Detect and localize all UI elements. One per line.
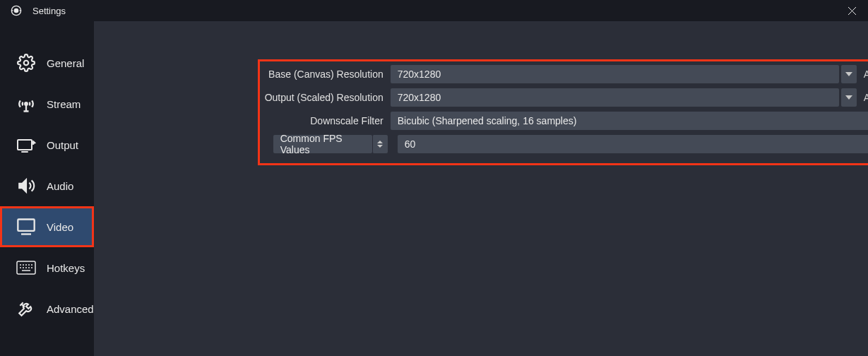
sidebar-item-label: Audio	[47, 180, 73, 192]
output-icon	[16, 136, 37, 153]
row-downscale-filter: Downscale Filter Bicubic (Sharpened scal…	[108, 112, 868, 130]
row-base-resolution: Base (Canvas) Resolution 720x1280 Aspect…	[108, 65, 868, 83]
fps-mode-spinner[interactable]	[372, 135, 388, 153]
base-resolution-label: Base (Canvas) Resolution	[108, 69, 391, 80]
output-aspect-ratio: Aspect Ratio 9:16	[864, 92, 868, 103]
row-fps: Common FPS Values 60	[108, 135, 868, 153]
window-title: Settings	[32, 6, 66, 16]
sidebar-item-video[interactable]: Video	[0, 206, 94, 247]
svg-rect-5	[18, 220, 34, 231]
monitor-icon	[16, 218, 37, 236]
sidebar-item-hotkeys[interactable]: Hotkeys	[0, 247, 94, 288]
output-resolution-label: Output (Scaled) Resolution	[108, 92, 391, 103]
base-resolution-select[interactable]: 720x1280	[391, 65, 839, 83]
svg-point-1	[14, 8, 18, 12]
row-output-resolution: Output (Scaled) Resolution 720x1280 Aspe…	[108, 88, 868, 107]
sidebar: General Stream	[0, 21, 94, 356]
tools-icon	[16, 299, 37, 318]
fps-value-select[interactable]: 60	[398, 135, 868, 153]
app-icon	[6, 5, 27, 16]
output-resolution-select[interactable]: 720x1280	[391, 88, 839, 107]
svg-point-2	[24, 61, 29, 66]
sidebar-item-label: Output	[47, 139, 78, 151]
sidebar-item-audio[interactable]: Audio	[0, 165, 94, 206]
main-panel: Base (Canvas) Resolution 720x1280 Aspect…	[94, 21, 868, 356]
keyboard-icon	[16, 261, 37, 275]
output-resolution-dropdown-button[interactable]	[841, 88, 857, 107]
body: General Stream	[0, 21, 868, 356]
sidebar-item-label: Video	[47, 221, 73, 233]
sidebar-item-label: General	[47, 57, 84, 69]
sidebar-item-advanced[interactable]: Advanced	[0, 288, 94, 329]
settings-window: Settings General	[0, 0, 868, 356]
svg-rect-4	[18, 140, 32, 150]
sidebar-item-general[interactable]: General	[0, 42, 94, 83]
base-aspect-ratio: Aspect Ratio 9:16	[864, 69, 868, 80]
downscale-filter-label: Downscale Filter	[108, 115, 391, 126]
downscale-filter-select[interactable]: Bicubic (Sharpened scaling, 16 samples)	[391, 112, 868, 130]
titlebar: Settings	[0, 0, 868, 21]
close-button[interactable]	[836, 0, 868, 21]
gear-icon	[16, 54, 37, 72]
speaker-icon	[16, 177, 37, 195]
sidebar-item-label: Hotkeys	[47, 262, 85, 274]
sidebar-item-output[interactable]: Output	[0, 124, 94, 165]
titlebar-left: Settings	[6, 5, 66, 16]
sidebar-item-label: Advanced	[47, 303, 94, 315]
fps-mode-select[interactable]: Common FPS Values	[273, 135, 372, 153]
sidebar-item-label: Stream	[47, 98, 81, 110]
base-resolution-dropdown-button[interactable]	[841, 65, 857, 83]
broadcast-icon	[16, 94, 37, 114]
sidebar-item-stream[interactable]: Stream	[0, 83, 94, 124]
video-settings-form: Base (Canvas) Resolution 720x1280 Aspect…	[94, 21, 868, 153]
